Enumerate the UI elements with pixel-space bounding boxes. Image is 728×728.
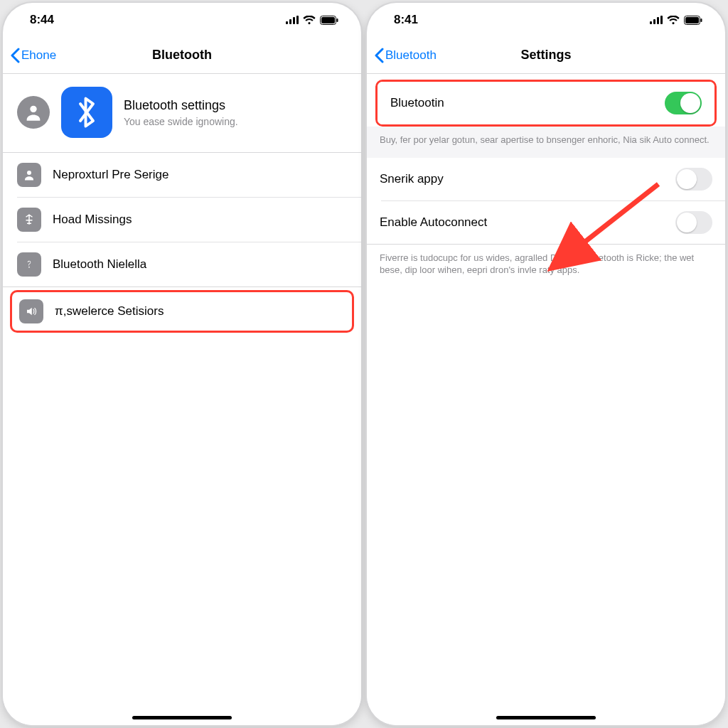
svg-rect-1 <box>321 17 335 23</box>
nav-bar: Bluetooth Settings <box>367 37 725 74</box>
speaker-icon <box>19 299 43 323</box>
bluetooth-switch[interactable] <box>665 92 702 114</box>
toggle-label: Snerik appy <box>380 172 675 186</box>
svg-point-3 <box>30 106 36 112</box>
bluetooth-app-icon <box>61 87 112 138</box>
question-icon <box>17 252 41 277</box>
chevron-left-icon <box>374 48 384 63</box>
bottom-footnote: Fiverre is tudocupc for us wides, agrall… <box>367 245 725 288</box>
back-button[interactable]: Bluetooth <box>374 48 437 63</box>
bluetooth-footnote: Buy, fer por yelar gotun, sear apertise … <box>367 127 725 158</box>
settings-row[interactable]: Neproxturl Pre Serige <box>3 153 361 197</box>
toggle-label: Enable Autoconnect <box>380 215 675 230</box>
chevron-left-icon <box>10 48 20 63</box>
antenna-icon <box>17 208 41 232</box>
row-label: π,swelerce Setisiors <box>55 304 345 318</box>
header-subtitle: You ease swide ignowing. <box>124 116 238 127</box>
cellular-signal-icon <box>650 16 663 24</box>
header-title: Bluetooth settings <box>124 98 238 113</box>
row-label: Bluetooth Nielella <box>53 257 348 272</box>
back-label: Bluetooth <box>385 48 437 63</box>
row-label: Hoad Missings <box>53 213 348 227</box>
page-title: Bluetooth <box>3 48 361 63</box>
autoconnect-toggle-row[interactable]: Enable Autoconnect <box>367 201 725 244</box>
profile-avatar-icon <box>17 96 50 129</box>
back-button[interactable]: Ehone <box>10 48 56 63</box>
status-bar: 8:44 <box>3 3 361 37</box>
phone-left: 8:44 Ehone Bluetooth Bluetooth <box>3 3 361 725</box>
status-bar: 8:41 <box>367 3 725 37</box>
settings-row[interactable]: Hoad Missings <box>3 198 361 242</box>
status-time: 8:44 <box>30 13 54 27</box>
status-icons <box>286 16 338 25</box>
home-indicator[interactable] <box>132 716 232 719</box>
settings-row[interactable]: Bluetooth Nielella <box>3 242 361 287</box>
status-icons <box>650 16 702 25</box>
wifi-icon <box>667 16 680 25</box>
content: Bluetooth settings You ease swide ignowi… <box>3 74 361 725</box>
home-indicator[interactable] <box>496 716 596 719</box>
header-row[interactable]: Bluetooth settings You ease swide ignowi… <box>3 74 361 152</box>
wifi-icon <box>303 16 316 25</box>
battery-icon <box>684 16 702 25</box>
nav-bar: Ehone Bluetooth <box>3 37 361 74</box>
content: Bluetootin Buy, fer por yelar gotun, sea… <box>367 74 725 725</box>
svg-rect-7 <box>701 18 702 22</box>
highlighted-row[interactable]: π,swelerce Setisiors <box>10 290 354 333</box>
switch[interactable] <box>675 211 712 234</box>
switch[interactable] <box>675 168 712 191</box>
svg-rect-2 <box>337 18 338 22</box>
person-icon <box>17 163 41 187</box>
toggle-label: Bluetootin <box>390 96 665 110</box>
phone-right: 8:41 Bluetooth Settings Bluetootin Buy, … <box>367 3 725 725</box>
bluetooth-toggle-row[interactable]: Bluetootin <box>378 82 714 124</box>
status-time: 8:41 <box>394 13 418 27</box>
toggle-row[interactable]: Snerik appy <box>367 158 725 200</box>
row-label: Neproxturl Pre Serige <box>53 168 348 182</box>
back-label: Ehone <box>21 48 56 63</box>
svg-rect-6 <box>685 17 699 23</box>
battery-icon <box>320 16 338 25</box>
cellular-signal-icon <box>286 16 299 24</box>
svg-point-4 <box>27 171 31 175</box>
bluetooth-toggle-highlight: Bluetootin <box>375 80 717 127</box>
